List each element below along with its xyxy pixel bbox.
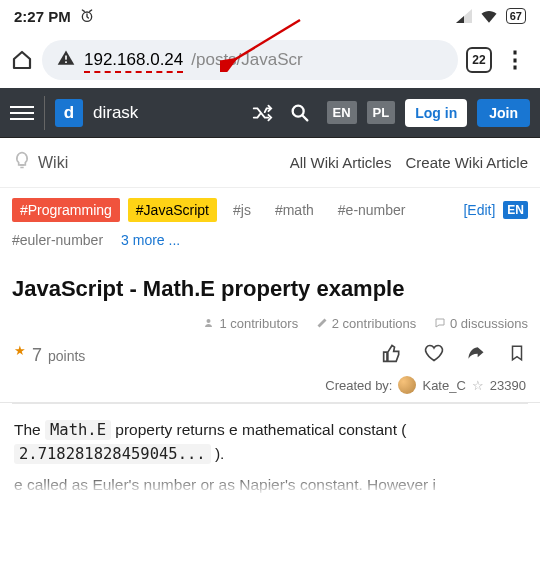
svg-point-4	[206, 319, 210, 323]
tag-enumber[interactable]: #e-number	[330, 198, 414, 222]
login-button[interactable]: Log in	[405, 99, 467, 127]
lang-en[interactable]: EN	[327, 101, 357, 124]
share-icon[interactable]	[466, 343, 486, 368]
alarm-icon	[79, 8, 95, 24]
discussions-count[interactable]: 0 discussions	[434, 316, 528, 331]
home-icon[interactable]	[10, 48, 34, 72]
shuffle-icon[interactable]	[251, 102, 273, 124]
tag-javascript[interactable]: #JavaScript	[128, 198, 217, 222]
article-title: JavaScript - Math.E property example	[0, 262, 540, 312]
contributions-count[interactable]: 2 contributions	[316, 316, 416, 331]
tag-js[interactable]: #js	[225, 198, 259, 222]
tags-more[interactable]: 3 more ...	[121, 232, 180, 248]
svg-rect-2	[65, 61, 67, 63]
contributors-count[interactable]: 1 contributors	[204, 316, 298, 331]
wiki-label[interactable]: Wiki	[38, 154, 68, 172]
points-label: points	[48, 348, 85, 364]
bookmark-icon[interactable]	[508, 343, 526, 368]
author-score: 23390	[490, 378, 526, 393]
tag-math[interactable]: #math	[267, 198, 322, 222]
create-wiki-link[interactable]: Create Wiki Article	[405, 154, 528, 171]
edit-link[interactable]: [Edit]	[463, 202, 495, 218]
menu-icon[interactable]	[10, 106, 34, 120]
url-path: /posts/JavaScr	[191, 50, 303, 70]
created-by-label: Created by:	[325, 378, 392, 393]
heart-icon[interactable]	[424, 343, 444, 368]
search-icon[interactable]	[289, 102, 311, 124]
url-host: 192.168.0.24	[84, 50, 183, 70]
points-number: 7	[32, 345, 42, 366]
tag-programming[interactable]: #Programming	[12, 198, 120, 222]
status-time: 2:27 PM	[14, 8, 71, 25]
battery-icon: 67	[506, 8, 526, 24]
address-bar[interactable]: 192.168.0.24/posts/JavaScr	[42, 40, 458, 80]
svg-rect-1	[65, 55, 67, 59]
star-outline-icon: ☆	[472, 378, 484, 393]
author-avatar[interactable]	[398, 376, 416, 394]
code-inline: Math.E	[45, 420, 111, 440]
not-secure-icon	[56, 48, 76, 73]
upvote-icon[interactable]	[382, 343, 402, 368]
bulb-icon	[12, 150, 32, 175]
browser-menu-icon[interactable]: ⋮	[500, 47, 530, 73]
lang-pl[interactable]: PL	[367, 101, 396, 124]
tag-euler[interactable]: #euler-number	[12, 228, 111, 252]
author-name[interactable]: Kate_C	[422, 378, 465, 393]
article-body-continued: e called as Euler's number or as Napier'…	[0, 472, 540, 498]
all-wiki-link[interactable]: All Wiki Articles	[290, 154, 392, 171]
site-brand[interactable]: dirask	[93, 103, 138, 123]
divider	[44, 96, 45, 130]
wifi-icon	[480, 9, 498, 23]
tab-count[interactable]: 22	[466, 47, 492, 73]
site-logo[interactable]: d	[55, 99, 83, 127]
code-inline: 2.718281828459045...	[14, 444, 211, 464]
star-icon: ★	[14, 343, 26, 358]
article-body: The Math.E property returns e mathematic…	[0, 404, 540, 472]
lang-badge[interactable]: EN	[503, 201, 528, 219]
join-button[interactable]: Join	[477, 99, 530, 127]
signal-icon	[456, 9, 472, 23]
